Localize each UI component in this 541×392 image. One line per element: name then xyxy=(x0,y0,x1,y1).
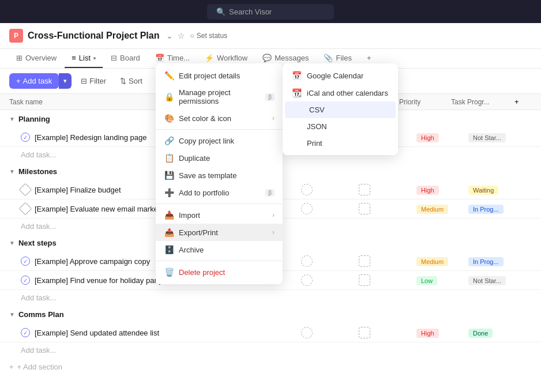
avatar xyxy=(301,255,313,267)
section-chevron-icon: ▼ xyxy=(9,240,15,246)
priority-badge: Medium xyxy=(416,205,448,214)
task-due xyxy=(359,274,416,286)
task-progress: Done xyxy=(468,329,532,337)
menu-item-add-portfolio[interactable]: ➕ Add to portfolio β xyxy=(156,184,283,201)
priority-badge: High xyxy=(416,329,439,338)
task-check-icon[interactable] xyxy=(21,133,30,142)
due-date-placeholder xyxy=(359,184,370,195)
progress-badge: Waiting xyxy=(468,186,498,195)
add-icon: ➕ xyxy=(164,188,174,197)
menu-item-label: Archive xyxy=(179,246,275,254)
task-due xyxy=(359,184,416,195)
archive-icon: 🗄️ xyxy=(164,245,174,254)
task-check-icon[interactable] xyxy=(21,276,30,285)
section-comms-plan[interactable]: ▼ Comms Plan xyxy=(0,306,541,323)
due-date-placeholder xyxy=(359,274,370,286)
menu-item-duplicate[interactable]: 📋 Duplicate xyxy=(156,149,283,167)
table-row[interactable]: [Example] Send updated attendee list Hig… xyxy=(0,323,541,342)
avatar xyxy=(301,327,313,338)
add-section-button[interactable]: + + Add section xyxy=(0,358,541,376)
submenu-item-json[interactable]: JSON xyxy=(283,118,398,135)
submenu-item-csv[interactable]: CSV xyxy=(285,101,396,118)
task-assignee xyxy=(301,184,359,195)
plus-icon: + xyxy=(16,77,21,85)
duplicate-icon: 📋 xyxy=(164,153,174,163)
list-tab-dot xyxy=(93,57,96,59)
menu-item-export-print[interactable]: 📤 Export/Print › xyxy=(156,224,283,241)
due-date-placeholder xyxy=(359,203,370,214)
add-task-dropdown-button[interactable]: ▾ xyxy=(59,73,72,89)
col-priority: Priority xyxy=(399,98,451,106)
set-status-button[interactable]: ○ Set status xyxy=(190,32,227,40)
task-check-icon[interactable] xyxy=(19,202,32,216)
task-priority: Medium xyxy=(416,205,468,213)
task-progress: In Prog... xyxy=(468,205,532,213)
menu-item-label: Add to portfolio xyxy=(179,189,261,197)
menu-item-label: Import xyxy=(179,211,268,220)
menu-item-copy-link[interactable]: 🔗 Copy project link xyxy=(156,132,283,149)
filter-icon: ⊟ xyxy=(81,77,87,85)
beta-badge: β xyxy=(265,189,275,197)
menu-divider xyxy=(156,129,283,130)
menu-item-delete[interactable]: 🗑️ Delete project xyxy=(156,263,283,281)
submenu-item-print[interactable]: Print xyxy=(283,135,398,152)
import-icon: 📥 xyxy=(164,210,174,220)
submenu-item-label: Google Calendar xyxy=(307,71,363,80)
project-header: P Cross-Functional Project Plan ⌄ ☆ ○ Se… xyxy=(0,23,541,49)
col-add[interactable]: + xyxy=(514,97,532,106)
task-progress: Not Star... xyxy=(468,276,532,285)
add-task-group: + Add task ▾ xyxy=(9,73,72,89)
plus-icon: + xyxy=(9,363,14,371)
menu-item-edit-project-details[interactable]: ✏️ Edit project details xyxy=(156,67,283,84)
menu-item-label: Duplicate xyxy=(179,154,275,163)
priority-badge: High xyxy=(416,133,439,142)
tab-board[interactable]: ⊟ Board xyxy=(104,49,147,68)
task-priority: High xyxy=(416,186,468,194)
section-chevron-icon: ▼ xyxy=(9,168,15,175)
star-icon[interactable]: ☆ xyxy=(178,31,185,40)
submenu-item-label: CSV xyxy=(309,105,325,114)
project-icon: P xyxy=(9,29,23,43)
edit-icon: ✏️ xyxy=(164,71,174,80)
task-check-icon[interactable] xyxy=(21,328,30,337)
search-placeholder: Search Visor xyxy=(229,7,272,16)
filter-button[interactable]: ⊟ Filter xyxy=(76,74,111,88)
project-dropdown-menu: ✏️ Edit project details 🔒 Manage project… xyxy=(156,63,283,284)
search-bar[interactable]: 🔍 Search Visor xyxy=(207,4,334,20)
menu-item-archive[interactable]: 🗄️ Archive xyxy=(156,241,283,258)
menu-item-label: Export/Print xyxy=(179,228,268,237)
add-task-comms[interactable]: Add task... xyxy=(0,342,541,358)
overview-icon: ⊞ xyxy=(16,54,22,62)
chevron-down-icon[interactable]: ⌄ xyxy=(166,31,173,40)
task-priority: High xyxy=(416,329,468,337)
task-assignee xyxy=(301,274,359,286)
task-check-icon[interactable] xyxy=(21,257,30,266)
search-icon: 🔍 xyxy=(216,7,226,16)
tab-list[interactable]: ≡ List xyxy=(65,49,103,68)
col-progress: Task Progr... xyxy=(451,98,514,106)
sort-button[interactable]: ⇅ Sort xyxy=(115,74,147,88)
submenu-item-ical[interactable]: 📆 iCal and other calendars xyxy=(283,84,398,101)
submenu-item-google-calendar[interactable]: 📅 Google Calendar xyxy=(283,67,398,84)
avatar xyxy=(301,274,313,286)
chevron-right-icon: › xyxy=(272,114,275,122)
top-bar: 🔍 Search Visor xyxy=(0,0,541,23)
section-chevron-icon: ▼ xyxy=(9,116,15,122)
add-task-next-steps[interactable]: Add task... xyxy=(0,290,541,306)
menu-item-label: Copy project link xyxy=(179,137,275,145)
task-progress: Not Star... xyxy=(468,133,532,142)
task-check-icon[interactable] xyxy=(19,183,32,197)
tab-overview[interactable]: ⊞ Overview xyxy=(9,49,63,68)
avatar xyxy=(301,203,313,214)
menu-item-save-template[interactable]: 💾 Save as template xyxy=(156,167,283,184)
trash-icon: 🗑️ xyxy=(164,267,174,277)
menu-item-set-color-icon[interactable]: 🎨 Set color & icon › xyxy=(156,110,283,127)
add-task-button[interactable]: + Add task xyxy=(9,73,59,89)
files-icon: 📎 xyxy=(324,54,333,62)
task-priority: High xyxy=(416,133,468,142)
menu-item-import[interactable]: 📥 Import › xyxy=(156,206,283,224)
due-date-placeholder xyxy=(359,327,370,338)
section-comms-plan-title: Comms Plan xyxy=(18,310,64,319)
chevron-right-icon: › xyxy=(272,228,275,236)
menu-item-manage-permissions[interactable]: 🔒 Manage project permissions β xyxy=(156,84,283,110)
